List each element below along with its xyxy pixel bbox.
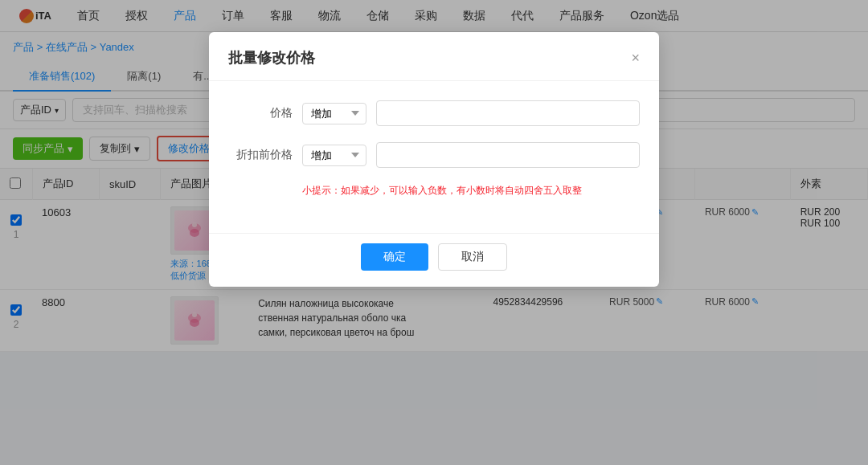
modal-hint: 小提示：如果减少，可以输入负数，有小数时将自动四舍五入取整 bbox=[302, 184, 640, 198]
price-select[interactable]: 增加 减少 bbox=[302, 103, 366, 124]
modal-overlay: 批量修改价格 × 价格 增加 减少 折扣前价格 增加 减少 bbox=[0, 0, 868, 352]
modal-close-button[interactable]: × bbox=[631, 51, 640, 65]
price-form-row: 价格 增加 减少 bbox=[228, 100, 640, 126]
confirm-button[interactable]: 确定 bbox=[361, 243, 428, 271]
discount-price-form-row: 折扣前价格 增加 减少 bbox=[228, 142, 640, 168]
discount-price-label: 折扣前价格 bbox=[228, 148, 293, 162]
batch-edit-price-modal: 批量修改价格 × 价格 增加 减少 折扣前价格 增加 减少 bbox=[209, 32, 659, 287]
cancel-button[interactable]: 取消 bbox=[438, 243, 507, 271]
discount-price-select[interactable]: 增加 减少 bbox=[302, 145, 366, 166]
modal-header: 批量修改价格 × bbox=[209, 32, 659, 81]
price-input[interactable] bbox=[376, 100, 640, 126]
modal-title: 批量修改价格 bbox=[228, 48, 315, 67]
price-label: 价格 bbox=[228, 106, 293, 120]
discount-price-input[interactable] bbox=[376, 142, 640, 168]
modal-body: 价格 增加 减少 折扣前价格 增加 减少 小提示：如果减少，可以输入负数，有小数… bbox=[209, 81, 659, 233]
modal-footer: 确定 取消 bbox=[209, 233, 659, 287]
